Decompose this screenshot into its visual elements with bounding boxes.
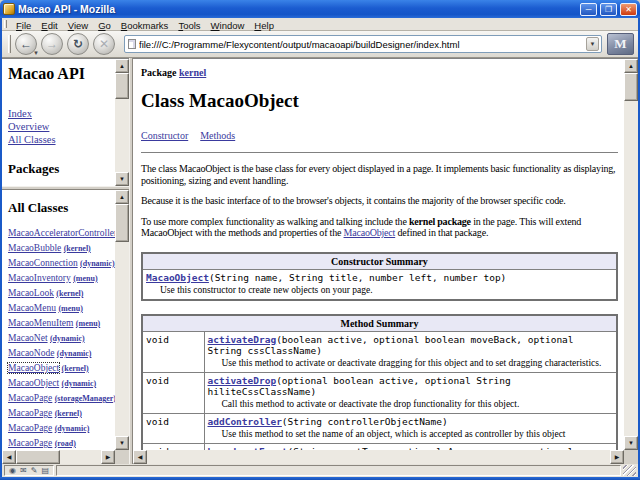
addressbook-icon[interactable]: ▤ (41, 466, 49, 475)
url-dropdown-icon[interactable]: ▼ (586, 37, 599, 51)
back-button[interactable]: ←▼ (15, 33, 37, 55)
scroll-left-icon[interactable]: ◀ (2, 450, 16, 464)
scroll-down-icon[interactable]: ▼ (624, 436, 638, 450)
scroll-left-icon[interactable]: ◀ (133, 450, 147, 464)
url-input[interactable] (139, 39, 586, 50)
menu-view[interactable]: View (63, 20, 93, 31)
class-package-link[interactable]: (kernel) (64, 244, 91, 253)
class-link-macaopage[interactable]: MacaoPage (8, 423, 52, 433)
doc-content: Package kernel Class MacaoObject Constru… (133, 59, 624, 450)
class-package-link[interactable]: (dynamic) (55, 424, 90, 433)
forward-button[interactable]: → (41, 33, 63, 55)
class-link-macaoobject[interactable]: MacaoObject (8, 363, 59, 373)
constructor-link[interactable]: MacaoObject (146, 272, 209, 283)
class-link-macaoinventory[interactable]: MacaoInventory (8, 273, 71, 283)
mozilla-logo[interactable]: M (607, 33, 634, 55)
mail-icon[interactable]: ✉ (20, 466, 27, 475)
class-link-macaobubble[interactable]: MacaoBubble (8, 243, 61, 253)
stop-button[interactable]: ✕ (93, 33, 115, 55)
scroll-down-icon[interactable]: ▼ (115, 436, 129, 450)
menu-help[interactable]: Help (249, 20, 279, 31)
method-cell: addController(String controllerObjectNam… (204, 413, 617, 443)
reload-button[interactable]: ↻ (67, 33, 89, 55)
constructor-description: Use this constructor to create new objec… (146, 283, 613, 297)
restore-button[interactable]: ❐ (600, 3, 617, 16)
main-hscrollbar[interactable]: ◀ ▶ (133, 450, 624, 464)
menu-edit[interactable]: Edit (36, 20, 62, 31)
menu-go[interactable]: Go (93, 20, 116, 31)
class-link-macaonode[interactable]: MacaoNode (8, 348, 54, 358)
close-button[interactable]: ✕ (620, 3, 637, 16)
class-list-item: MacaoNode (dynamic) (8, 346, 112, 361)
class-link-macaoacceleratorcontroller[interactable]: MacaoAcceleratorController (8, 228, 115, 238)
class-package-link[interactable]: (dynamic) (57, 349, 92, 358)
class-package-link[interactable]: (dynamic) (50, 334, 85, 343)
app-icon (3, 3, 15, 15)
menu-file[interactable]: File (11, 20, 36, 31)
sidebar-classes-vscrollbar[interactable]: ▲ ▼ (115, 190, 129, 450)
main-vscrollbar[interactable]: ▲ ▼ (624, 59, 638, 450)
class-package-link[interactable]: (kernel) (62, 364, 89, 373)
method-link-addcontroller[interactable]: addController (208, 416, 282, 427)
menu-bookmarks[interactable]: Bookmarks (116, 20, 174, 31)
class-package-link[interactable]: (kernel) (55, 409, 82, 418)
sidebar-link-all-classes[interactable]: All Classes (8, 133, 56, 146)
class-list-item: MacaoConnection (dynamic) (8, 256, 112, 271)
method-link-activatedrop[interactable]: activateDrop (208, 375, 277, 386)
class-package-link[interactable]: (dynamic) (80, 259, 115, 268)
page-title: Class MacaoObject (141, 90, 618, 112)
scroll-up-icon[interactable]: ▲ (624, 59, 638, 73)
menu-window[interactable]: Window (206, 20, 250, 31)
class-package-link[interactable]: (menu) (73, 274, 97, 283)
doc-nav-links: ConstructorMethods (141, 125, 618, 143)
scroll-right-icon[interactable]: ▶ (610, 450, 624, 464)
package-link[interactable]: kernel (179, 67, 206, 78)
frame-splitter-horizontal[interactable] (2, 186, 129, 190)
scroll-up-icon[interactable]: ▲ (115, 190, 129, 204)
class-package-link[interactable]: (menu) (76, 319, 100, 328)
menubar-grippy[interactable] (4, 20, 7, 28)
sidebar-link-overview[interactable]: Overview (8, 120, 49, 133)
class-package-link[interactable]: (storageManager) (55, 394, 115, 403)
class-package-link[interactable]: (kernel) (56, 289, 83, 298)
minimize-button[interactable]: ─ (580, 3, 597, 16)
resize-grip-icon[interactable] (623, 465, 636, 476)
class-link-macaopage[interactable]: MacaoPage (8, 408, 52, 418)
doc-link-methods[interactable]: Methods (200, 130, 235, 141)
toolbar-grippy[interactable] (8, 35, 11, 53)
method-link-activatedrag[interactable]: activateDrag (208, 334, 277, 345)
class-link-macaoconnection[interactable]: MacaoConnection (8, 258, 78, 268)
sidebar-link-index[interactable]: Index (8, 107, 32, 120)
class-package-link[interactable]: (dynamic) (62, 379, 97, 388)
sidebar-top-vscrollbar[interactable]: ▲ ▼ (115, 59, 129, 186)
sidebar-title: Macao API (8, 65, 112, 83)
constructor-params: (String name, String title, number left,… (209, 272, 506, 283)
composer-icon[interactable]: ✎ (31, 466, 38, 475)
class-link-macaonet[interactable]: MacaoNet (8, 333, 48, 343)
scroll-right-icon[interactable]: ▶ (101, 450, 115, 464)
class-link-macaomenu[interactable]: MacaoMenu (8, 303, 56, 313)
sidebar-classes-hscrollbar[interactable]: ◀ ▶ (2, 450, 115, 464)
frame-splitter-vertical[interactable] (129, 58, 133, 464)
status-text (56, 465, 621, 476)
scrollbar-thumb[interactable] (115, 73, 129, 99)
back-dropdown-icon[interactable]: ▼ (33, 50, 39, 56)
class-link-macaopage[interactable]: MacaoPage (8, 393, 52, 403)
scrollbar-thumb[interactable] (624, 73, 638, 101)
class-package-link[interactable]: (menu) (58, 304, 82, 313)
navigator-icon[interactable]: ◉ (9, 466, 16, 475)
scroll-up-icon[interactable]: ▲ (115, 59, 129, 73)
scrollbar-corner (115, 450, 129, 464)
url-bar[interactable]: ▼ (124, 35, 602, 53)
class-link-macaoobject[interactable]: MacaoObject (8, 378, 59, 388)
doc-link-constructor[interactable]: Constructor (141, 130, 188, 141)
class-link-macaolook[interactable]: MacaoLook (8, 288, 54, 298)
menu-tools[interactable]: Tools (173, 20, 205, 31)
scrollbar-thumb[interactable] (115, 204, 129, 242)
inline-class-link[interactable]: MacaoObject (344, 227, 396, 238)
scrollbar-thumb[interactable] (16, 450, 60, 464)
class-link-macaomenuitem[interactable]: MacaoMenuItem (8, 318, 73, 328)
class-package-link[interactable]: (road) (55, 439, 76, 448)
scroll-down-icon[interactable]: ▼ (115, 172, 129, 186)
class-link-macaopage[interactable]: MacaoPage (8, 438, 52, 448)
